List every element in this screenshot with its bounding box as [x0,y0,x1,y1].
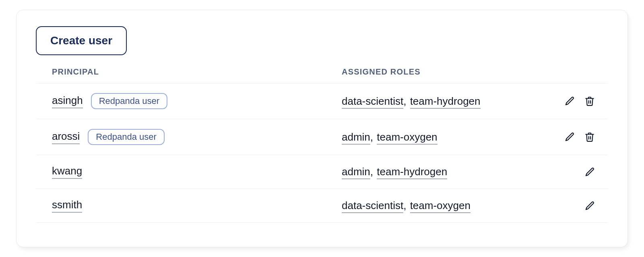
column-header-roles: Assigned Roles [342,67,551,77]
table-row: asingh Redpanda user data-scientist, tea… [36,83,608,119]
role-separator: , [403,199,409,211]
role-link[interactable]: team-hydrogen [377,166,447,179]
delete-icon[interactable] [584,131,595,143]
row-actions [551,166,595,178]
user-type-tag: Redpanda user [88,129,164,145]
role-separator: , [370,131,376,143]
delete-icon[interactable] [584,95,595,107]
row-actions [551,95,595,107]
principal-link[interactable]: kwang [52,165,82,179]
principal-cell: asingh Redpanda user [52,93,342,109]
role-link[interactable]: team-hydrogen [410,95,481,109]
users-panel: Create user Principal Assigned Roles asi… [16,10,628,247]
edit-icon[interactable] [564,131,575,143]
principal-cell: arossi Redpanda user [52,129,342,145]
role-link[interactable]: data-scientist [342,199,403,213]
role-link[interactable]: admin [342,166,370,179]
edit-icon[interactable] [584,200,595,211]
edit-icon[interactable] [584,166,595,178]
table-header: Principal Assigned Roles [36,67,608,83]
principal-link[interactable]: asingh [52,94,83,108]
table-row: kwang admin, team-hydrogen [36,155,608,189]
roles-cell: admin, team-hydrogen [342,166,551,178]
role-link[interactable]: admin [342,131,370,145]
table-row: arossi Redpanda user admin, team-oxygen [36,119,608,155]
roles-cell: data-scientist, team-oxygen [342,199,551,212]
create-user-button[interactable]: Create user [36,26,127,55]
principal-link[interactable]: arossi [52,130,80,144]
principal-cell: kwang [52,165,342,179]
role-link[interactable]: team-oxygen [410,199,471,213]
row-actions [551,200,595,211]
principal-cell: ssmith [52,199,342,213]
edit-icon[interactable] [564,95,575,107]
role-separator: , [403,95,409,107]
user-type-tag: Redpanda user [91,93,167,109]
row-actions [551,131,595,143]
column-header-principal: Principal [52,67,342,77]
role-link[interactable]: data-scientist [342,95,403,109]
principal-link[interactable]: ssmith [52,199,82,213]
roles-cell: admin, team-oxygen [342,131,551,143]
users-table: Principal Assigned Roles asingh Redpanda… [36,67,608,223]
table-row: ssmith data-scientist, team-oxygen [36,189,608,223]
role-link[interactable]: team-oxygen [377,131,437,145]
roles-cell: data-scientist, team-hydrogen [342,95,551,108]
role-separator: , [370,166,376,178]
